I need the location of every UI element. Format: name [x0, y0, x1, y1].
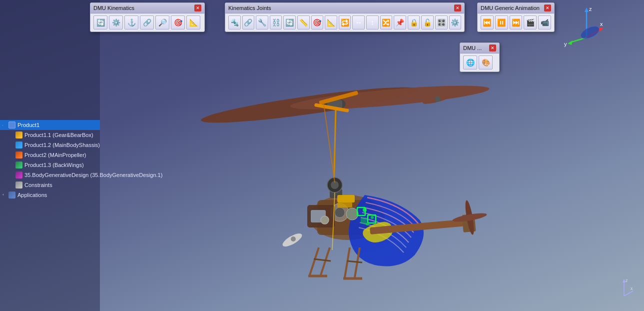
svg-marker-47 [585, 8, 589, 12]
svg-point-1 [289, 81, 490, 114]
tree-item-body-gen[interactable]: 35.BodyGenerativeDesign (35.BodyGenerati… [0, 170, 100, 180]
svg-line-25 [314, 259, 331, 261]
joint-icon-11[interactable]: ↕️ [366, 16, 379, 30]
svg-rect-8 [314, 103, 349, 112]
joint-icon-7[interactable]: 🎯 [311, 16, 324, 30]
svg-point-9 [310, 195, 385, 240]
svg-text:x: x [600, 21, 603, 27]
svg-point-0 [200, 81, 420, 130]
svg-line-23 [355, 248, 360, 278]
joint-icon-14[interactable]: 🔒 [408, 16, 420, 30]
svg-rect-14 [357, 208, 365, 216]
tree-item-product1-3[interactable]: Product1.3 (BackWings) [0, 160, 100, 170]
kin-icon-7[interactable]: 📐 [186, 16, 200, 30]
anim-icon-2[interactable]: ⏸️ [495, 16, 508, 30]
dmu-kinematics-close[interactable]: ✕ [194, 4, 201, 12]
dmu-generic-anim-toolbar: DMU Generic Animation ✕ ⏮️ ⏸️ ⏭️ 🎬 📹 [477, 2, 555, 32]
tree-item-product1-2[interactable]: Product1.2 (MainBodyShassis) [0, 140, 100, 150]
svg-marker-53 [568, 40, 573, 45]
joint-icon-10[interactable]: ↔️ [352, 16, 365, 30]
kin-icon-1[interactable]: 🔄 [93, 16, 107, 30]
joint-icon-6[interactable]: 📏 [297, 16, 310, 30]
svg-point-30 [452, 212, 487, 224]
kin-icon-6[interactable]: 🎯 [171, 16, 185, 30]
tree-item-product1-1[interactable]: Product1.1 (Gear&BearBox) [0, 130, 100, 140]
svg-rect-33 [330, 189, 342, 198]
anim-icon-1[interactable]: ⏮️ [481, 16, 494, 30]
svg-rect-18 [311, 210, 326, 222]
svg-text:z: z [626, 278, 628, 283]
kin-icon-5[interactable]: 🔎 [155, 16, 169, 30]
svg-rect-17 [307, 205, 335, 228]
svg-line-19 [310, 248, 319, 275]
svg-line-38 [324, 104, 335, 182]
joint-icon-5[interactable]: 🔄 [283, 16, 296, 30]
tree-panel: -Product1Product1.1 (Gear&BearBox)Produc… [0, 0, 100, 311]
joint-icon-13[interactable]: 📌 [394, 16, 406, 30]
svg-rect-34 [334, 186, 340, 190]
dmu-kinematics-toolbar: DMU Kinematics ✕ 🔄 ⚙️ ⚓ 🔗 🔎 🎯 📐 [90, 2, 205, 32]
tree-icon-product1-3 [15, 161, 23, 169]
svg-point-44 [371, 216, 374, 219]
svg-rect-40 [321, 216, 329, 224]
expand-icon-product2 [9, 152, 14, 158]
joint-icon-12[interactable]: 🔀 [380, 16, 393, 30]
svg-point-11 [331, 204, 349, 222]
small-icon-2[interactable]: 🎨 [479, 56, 493, 70]
tree-item-product1[interactable]: -Product1 [0, 120, 100, 130]
tree-icon-product1-1 [15, 131, 23, 139]
svg-text:x: x [631, 286, 633, 291]
dmu-kinematics-body: 🔄 ⚙️ ⚓ 🔗 🔎 🎯 📐 [90, 14, 204, 32]
svg-point-29 [464, 200, 476, 235]
svg-line-37 [332, 192, 335, 250]
svg-point-36 [331, 181, 339, 189]
tree-item-product2[interactable]: Product2 (MAinPropeller) [0, 150, 100, 160]
joint-icon-9[interactable]: 🔁 [339, 16, 351, 30]
svg-point-6 [435, 96, 441, 102]
tree-label-constraints: Constraints [24, 182, 52, 188]
svg-line-4 [334, 110, 336, 190]
anim-icon-3[interactable]: ⏭️ [510, 16, 523, 30]
svg-point-32 [291, 236, 296, 242]
joint-icon-3[interactable]: 🔧 [256, 16, 268, 30]
joint-icon-17[interactable]: ⚙️ [449, 16, 462, 30]
expand-icon-product1-1 [9, 132, 14, 138]
joint-icon-16[interactable]: 🎛️ [435, 16, 448, 30]
dmu-generic-anim-close[interactable]: ✕ [544, 4, 551, 12]
joint-icon-1[interactable]: 🔩 [228, 16, 241, 30]
joint-icon-15[interactable]: 🔓 [421, 16, 434, 30]
tree-icon-constraints [15, 181, 23, 189]
svg-line-20 [321, 248, 330, 275]
svg-point-5 [422, 92, 452, 106]
svg-point-2 [324, 98, 346, 110]
kinematics-joints-toolbar: Kinematics Joints ✕ 🔩 🔗 🔧 ⛓️ 🔄 📏 🎯 📐 🔁 ↔… [225, 2, 465, 32]
joint-icon-8[interactable]: 📐 [325, 16, 337, 30]
joint-icon-2[interactable]: 🔗 [242, 16, 255, 30]
expand-icon-product1-2 [9, 142, 14, 148]
anim-icon-5[interactable]: 📹 [538, 16, 551, 30]
dmu-small-label: DMU ... [463, 45, 482, 51]
kin-icon-4[interactable]: 🔗 [140, 16, 154, 30]
dmu-generic-anim-label: DMU Generic Animation [481, 5, 540, 11]
kin-icon-3[interactable]: ⚓ [124, 16, 138, 30]
svg-rect-41 [337, 195, 355, 202]
tree-label-product1-3: Product1.3 (BackWings) [24, 162, 84, 168]
joint-icon-4[interactable]: ⛓️ [270, 16, 282, 30]
expand-icon-constraints [9, 182, 14, 188]
tree-icon-product1-2 [15, 141, 23, 149]
tree-item-constraints[interactable]: Constraints [0, 180, 100, 190]
kin-icon-2[interactable]: ⚙️ [109, 16, 123, 30]
tree-label-body-gen: 35.BodyGenerativeDesign (35.BodyGenerati… [24, 172, 162, 178]
tree-icon-product2 [15, 151, 23, 159]
kinematics-joints-close[interactable]: ✕ [454, 4, 461, 12]
svg-rect-42 [337, 202, 352, 208]
dmu-small-close[interactable]: ✕ [489, 44, 496, 52]
axis-indicator-top-right: z x y [559, 5, 604, 50]
tree-item-applications[interactable]: +Applications [0, 190, 100, 200]
dmu-small-body: 🌐 🎨 [460, 54, 499, 72]
kinematics-joints-title: Kinematics Joints ✕ [225, 3, 464, 14]
anim-icon-4[interactable]: 🎬 [524, 16, 537, 30]
small-icon-1[interactable]: 🌐 [463, 56, 477, 70]
dmu-generic-anim-body: ⏮️ ⏸️ ⏭️ 🎬 📹 [478, 14, 554, 32]
svg-point-39 [321, 216, 329, 224]
